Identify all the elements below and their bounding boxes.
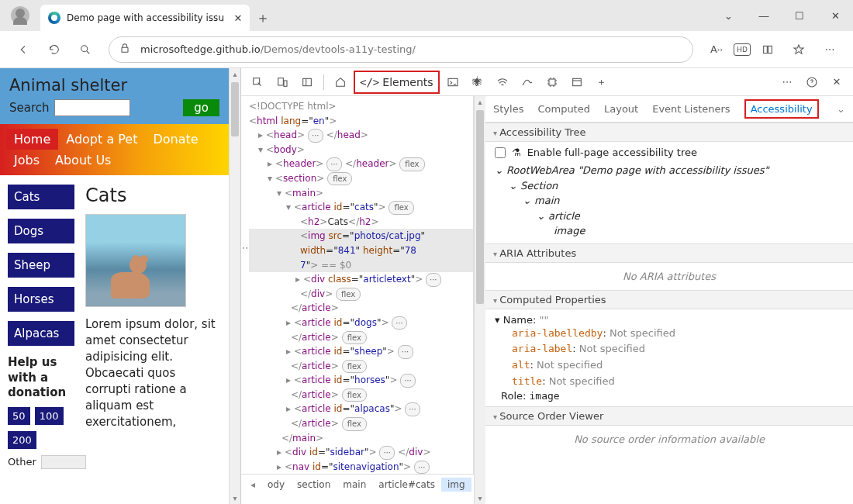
url-text: microsoftedge.github.io/Demos/devtools-a… — [140, 43, 416, 55]
refresh-button[interactable] — [40, 36, 68, 64]
sidebar-tabs: Styles Computed Layout Event Listeners A… — [485, 96, 853, 123]
browser-tab[interactable]: Demo page with accessibility issu ✕ — [40, 5, 250, 31]
dom-breadcrumb[interactable]: ◂ ody section main article#cats img ▸ — [241, 474, 474, 494]
cat-dogs[interactable]: Dogs — [8, 219, 74, 243]
hd-icon[interactable]: HD — [734, 43, 751, 56]
edge-icon — [48, 12, 60, 24]
svg-rect-2 — [764, 46, 768, 53]
device-icon[interactable] — [271, 71, 294, 93]
page-nav: Home Adopt a Pet Donate Jobs About Us — [0, 124, 229, 175]
donate-50[interactable]: 50 — [8, 407, 30, 425]
close-window-icon[interactable]: ✕ — [817, 10, 853, 22]
search-input[interactable] — [54, 99, 130, 116]
sec-source-order[interactable]: Source Order Viewer — [485, 406, 853, 426]
more-icon[interactable]: ⋯ — [816, 36, 844, 64]
panel-icon[interactable] — [295, 71, 319, 93]
minimize-icon[interactable]: ― — [746, 10, 782, 22]
perf-icon[interactable] — [516, 71, 539, 93]
no-aria-msg: No ARIA attributes — [485, 263, 853, 290]
close-tab-icon[interactable]: ✕ — [233, 12, 243, 24]
devtools: </>Elements 🕷 ＋ ⋯ ✕ ⋯ <!DOCTYPE html> <h… — [240, 68, 853, 504]
tab-layout[interactable]: Layout — [604, 103, 638, 115]
cat-image — [85, 214, 186, 307]
svg-rect-9 — [549, 79, 555, 85]
other-input[interactable] — [41, 455, 86, 469]
devtools-toolbar: </>Elements 🕷 ＋ ⋯ ✕ — [241, 68, 853, 96]
maximize-icon[interactable]: ☐ — [782, 10, 817, 22]
donate-100[interactable]: 100 — [35, 407, 64, 425]
svg-rect-1 — [122, 47, 128, 52]
donate-200[interactable]: 200 — [8, 431, 36, 449]
nav-about[interactable]: About Us — [47, 150, 119, 171]
svg-rect-6 — [284, 81, 287, 86]
tab-events[interactable]: Event Listeners — [652, 103, 730, 115]
sec-a11y-tree[interactable]: Accessibility Tree — [485, 123, 853, 142]
memory-icon[interactable] — [540, 71, 564, 93]
read-aloud-icon[interactable]: A›› — [703, 36, 730, 64]
chevron-down-icon[interactable]: ⌄ — [710, 10, 746, 22]
svg-rect-5 — [278, 78, 284, 85]
profile-avatar[interactable] — [11, 6, 29, 25]
inspect-icon[interactable] — [246, 71, 269, 93]
donation-heading: Help us with a donation — [8, 355, 74, 401]
welcome-icon[interactable] — [329, 71, 352, 93]
bug-icon[interactable]: 🕷 — [466, 71, 489, 93]
go-button[interactable]: go — [183, 99, 219, 116]
svg-rect-8 — [448, 78, 458, 85]
search-label: Search — [9, 101, 50, 115]
nav-home[interactable]: Home — [6, 129, 58, 150]
reader-icon[interactable] — [754, 36, 782, 64]
devtools-more-icon[interactable]: ⋯ — [775, 71, 799, 93]
no-order-msg: No source order information available — [485, 426, 853, 453]
address-bar: microsoftedge.github.io/Demos/devtools-a… — [0, 31, 853, 68]
nav-adopt[interactable]: Adopt a Pet — [58, 129, 145, 150]
devtools-close-icon[interactable]: ✕ — [825, 71, 848, 93]
row-actions-icon[interactable]: ⋯ — [241, 240, 249, 257]
tabs-more-icon[interactable]: ⌄ — [837, 103, 845, 115]
sec-aria[interactable]: ARIA Attributes — [485, 243, 853, 263]
page-header: Animal shelter Search go — [0, 68, 229, 124]
nav-donate[interactable]: Donate — [145, 129, 205, 150]
new-tab-button[interactable]: ＋ — [250, 5, 276, 31]
network-icon[interactable] — [491, 71, 514, 93]
window-titlebar: Demo page with accessibility issu ✕ ＋ ⌄ … — [0, 0, 853, 31]
url-box[interactable]: microsoftedge.github.io/Demos/devtools-a… — [109, 36, 693, 63]
svg-rect-10 — [572, 78, 581, 85]
other-label: Other — [8, 456, 36, 468]
page-viewport: Animal shelter Search go Home Adopt a Pe… — [0, 68, 229, 504]
svg-rect-7 — [303, 78, 312, 85]
nav-jobs[interactable]: Jobs — [6, 150, 47, 171]
lock-icon — [119, 42, 131, 57]
bc-prev-icon[interactable]: ◂ — [244, 478, 261, 492]
plus-icon[interactable]: ＋ — [590, 71, 613, 93]
back-button[interactable] — [9, 36, 37, 64]
favorite-icon[interactable] — [785, 36, 813, 64]
app-icon[interactable] — [565, 71, 589, 93]
dom-scrollbar[interactable] — [474, 96, 485, 504]
help-icon[interactable] — [800, 71, 824, 93]
cat-cats[interactable]: Cats — [8, 185, 74, 209]
cat-alpacas[interactable]: Alpacas — [8, 321, 74, 346]
elements-tab[interactable]: </>Elements — [354, 71, 440, 94]
search-icon[interactable] — [71, 36, 99, 64]
tab-computed[interactable]: Computed — [537, 103, 590, 115]
tab-styles[interactable]: Styles — [493, 103, 523, 115]
tab-accessibility[interactable]: Accessibility — [744, 99, 819, 119]
console-icon[interactable] — [441, 71, 464, 93]
window-controls: ⌄ ― ☐ ✕ — [710, 0, 853, 31]
enable-fullpage-checkbox[interactable]: ⚗Enable full-page accessibility tree — [495, 147, 844, 158]
main-heading: Cats — [85, 185, 221, 206]
cat-horses[interactable]: Horses — [8, 287, 74, 312]
tab-title: Demo page with accessibility issu — [67, 12, 226, 23]
page-title: Animal shelter — [9, 76, 219, 95]
sec-computed[interactable]: Computed Properties — [485, 290, 853, 309]
dom-tree[interactable]: ⋯ <!DOCTYPE html> <html lang="en"> ▸<hea… — [241, 96, 474, 474]
svg-rect-3 — [768, 46, 772, 53]
page-scrollbar[interactable] — [229, 68, 240, 504]
article-text: Lorem ipsum dolor, sit amet consectetur … — [85, 316, 221, 430]
cat-sheep[interactable]: Sheep — [8, 253, 74, 278]
devtools-sidebar: Styles Computed Layout Event Listeners A… — [485, 96, 853, 504]
svg-point-0 — [81, 45, 88, 51]
